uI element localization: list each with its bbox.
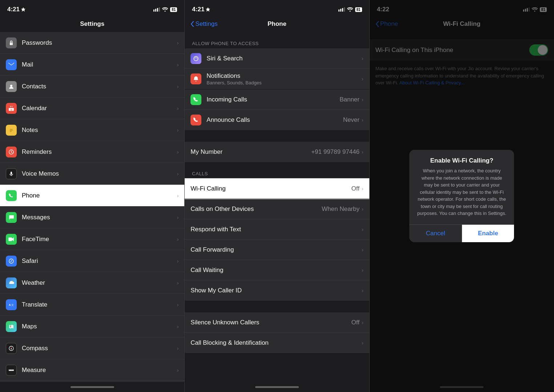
translate-label: Translate — [22, 301, 177, 308]
svg-rect-10 — [10, 106, 11, 107]
svg-rect-16 — [10, 131, 12, 132]
settings-row-safari[interactable]: Safari› — [0, 250, 184, 272]
enable-wfc-modal-overlay[interactable]: Enable Wi-Fi Calling? When you join a ne… — [370, 0, 554, 392]
settings-row-passwords[interactable]: Passwords› — [0, 32, 184, 54]
messages-icon — [6, 212, 17, 223]
my-number-content: My Number — [190, 148, 311, 156]
translate-icon: A文 — [6, 299, 17, 310]
settings-row-measure[interactable]: Measure› — [0, 359, 184, 381]
siri-search-label: Siri & Search — [206, 55, 362, 62]
silence-row[interactable]: Silence Unknown Callers Off › — [185, 312, 369, 333]
signal-icon-1 — [153, 7, 160, 12]
calendar-icon: 31 — [6, 103, 17, 114]
phone-back-button[interactable]: Settings — [190, 20, 217, 28]
announce-content: Announce Calls — [206, 116, 343, 124]
wifi-calling-content: Wi-Fi Calling — [190, 185, 351, 192]
passwords-icon — [6, 37, 17, 48]
settings-scroll[interactable]: Passwords›Mail›Contacts›31Calendar›Notes… — [0, 32, 184, 382]
svg-rect-6 — [8, 63, 14, 67]
announce-chevron: › — [362, 117, 364, 123]
respond-text-content: Respond with Text — [190, 226, 362, 233]
phone-chevron: › — [177, 193, 179, 199]
caller-id-label: Show My Caller ID — [190, 287, 362, 294]
notif-glyph — [193, 76, 199, 82]
modal-title: Enable Wi-Fi Calling? — [417, 157, 507, 164]
safari-icon — [6, 256, 17, 267]
announce-glyph — [193, 117, 199, 123]
settings-rows: Passwords›Mail›Contacts›31Calendar›Notes… — [0, 32, 184, 382]
settings-row-mail[interactable]: Mail› — [0, 54, 184, 76]
call-forwarding-label: Call Forwarding — [190, 246, 362, 253]
respond-text-row[interactable]: Respond with Text › — [185, 219, 369, 240]
phone-scroll[interactable]: ALLOW PHONE TO ACCESS Siri & Search › — [185, 32, 369, 382]
svg-point-5 — [11, 43, 12, 44]
status-icons-1: 81 — [153, 7, 177, 12]
status-bar-1: 4:21 81 — [0, 0, 184, 16]
call-waiting-row[interactable]: Call Waiting › — [185, 260, 369, 280]
calls-other-chevron: › — [362, 206, 364, 212]
call-forwarding-row[interactable]: Call Forwarding › — [185, 240, 369, 260]
svg-point-37 — [194, 56, 198, 61]
settings-row-contacts[interactable]: Contacts› — [0, 76, 184, 97]
settings-row-facetime[interactable]: FaceTime› — [0, 228, 184, 250]
settings-row-notes[interactable]: Notes› — [0, 119, 184, 141]
maps-chevron: › — [177, 324, 179, 329]
contacts-label: Contacts — [22, 83, 177, 90]
settings-row-messages[interactable]: Messages› — [0, 207, 184, 228]
silence-chevron: › — [362, 320, 364, 325]
location-icon-2 — [206, 7, 210, 12]
modal-cancel-button[interactable]: Cancel — [409, 225, 462, 242]
notifications-row[interactable]: Notifications Banners, Sounds, Badges › — [185, 69, 369, 89]
reminders-chevron: › — [177, 149, 179, 155]
divider-2 — [185, 301, 369, 312]
status-time-2: 4:21 — [192, 6, 210, 13]
settings-row-maps[interactable]: Maps› — [0, 316, 184, 337]
my-number-row[interactable]: My Number +91 99789 97446 › — [185, 142, 369, 162]
svg-rect-14 — [10, 129, 13, 129]
svg-rect-1 — [155, 9, 156, 12]
modal-text: When you join a network, the country whe… — [417, 167, 507, 217]
modal-enable-button[interactable]: Enable — [462, 225, 514, 242]
settings-row-reminders[interactable]: Reminders› — [0, 141, 184, 163]
incoming-label: Incoming Calls — [206, 96, 340, 103]
svg-rect-0 — [153, 9, 154, 12]
settings-panel: 4:21 81 Settings Passwords›Mail›Contacts… — [0, 0, 184, 392]
facetime-label: FaceTime — [22, 236, 177, 243]
siri-glyph — [193, 56, 199, 61]
settings-row-translate[interactable]: A文Translate› — [0, 294, 184, 316]
svg-point-7 — [10, 85, 12, 87]
calls-other-devices-row[interactable]: Calls on Other Devices When Nearby › — [185, 199, 369, 219]
caller-id-row[interactable]: Show My Caller ID › — [185, 280, 369, 301]
respond-text-chevron: › — [362, 227, 364, 232]
settings-row-voicememos[interactable]: Voice Memos› — [0, 163, 184, 185]
incoming-calls-row[interactable]: Incoming Calls Banner › — [185, 89, 369, 110]
siri-search-row[interactable]: Siri & Search › — [185, 48, 369, 69]
phone-nav-title: Phone — [268, 20, 286, 28]
svg-rect-33 — [338, 9, 340, 12]
svg-rect-3 — [159, 7, 160, 12]
calls-group: Wi-Fi Calling Off › Calls on Other Devic… — [185, 179, 369, 301]
nav-bar-phone: Settings Phone — [185, 16, 369, 32]
wifi-calling-row[interactable]: Wi-Fi Calling Off › — [185, 179, 369, 199]
svg-text:文: 文 — [11, 304, 14, 306]
svg-rect-35 — [342, 8, 343, 12]
calendar-label: Calendar — [22, 105, 177, 112]
enable-wfc-modal: Enable Wi-Fi Calling? When you join a ne… — [409, 150, 514, 242]
call-waiting-content: Call Waiting — [190, 267, 362, 274]
settings-row-compass[interactable]: Compass› — [0, 337, 184, 359]
settings-row-phone[interactable]: Phone› — [0, 185, 184, 207]
settings-row-weather[interactable]: Weather› — [0, 272, 184, 294]
back-chevron-icon-2 — [190, 21, 194, 27]
announce-calls-row[interactable]: Announce Calls Never › — [185, 110, 369, 130]
notes-chevron: › — [177, 127, 179, 133]
blocking-row[interactable]: Call Blocking & Identification › — [185, 333, 369, 353]
silence-group: Silence Unknown Callers Off › Call Block… — [185, 312, 369, 353]
settings-row-calendar[interactable]: 31Calendar› — [0, 97, 184, 119]
calls-section-header: CALLS — [185, 162, 369, 179]
wifi-calling-chevron: › — [362, 186, 364, 192]
settings-row-shortcuts[interactable]: Shortcuts› — [0, 381, 184, 382]
maps-label: Maps — [22, 323, 177, 330]
facetime-chevron: › — [177, 236, 179, 242]
svg-rect-36 — [344, 7, 345, 12]
battery-badge-1: 81 — [170, 7, 177, 12]
